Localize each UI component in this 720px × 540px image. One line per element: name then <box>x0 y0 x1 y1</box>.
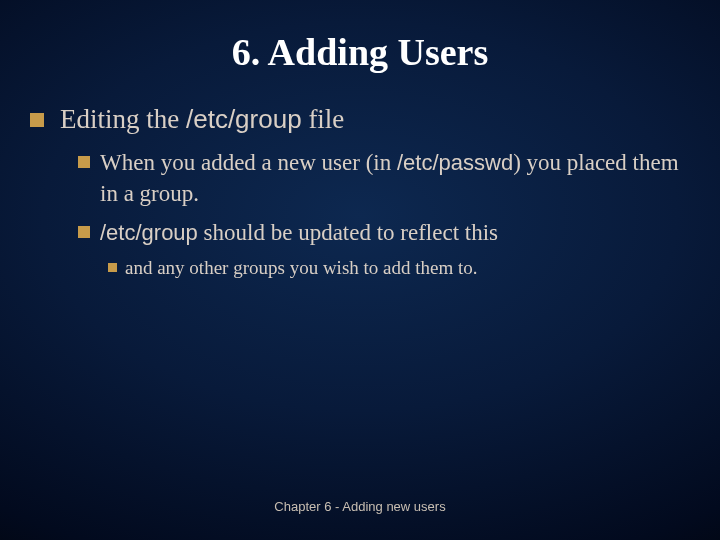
slide: 6. Adding Users Editing the /etc/group f… <box>0 0 720 540</box>
bullet-level2-text: /etc/group should be updated to reflect … <box>100 217 498 248</box>
bullet-level1-text: Editing the /etc/group file <box>60 102 344 137</box>
bullet-level3: and any other groups you wish to add the… <box>108 256 690 281</box>
text-mono: /etc/group <box>100 220 198 245</box>
text-suffix: file <box>302 104 345 134</box>
bullet-level2: When you added a new user (in /etc/passw… <box>78 147 690 217</box>
bullet-icon <box>108 263 117 272</box>
text-prefix: Editing the <box>60 104 186 134</box>
slide-title: 6. Adding Users <box>30 30 690 74</box>
text-prefix: When you added a new user (in <box>100 150 397 175</box>
bullet-level3-text: and any other groups you wish to add the… <box>125 256 478 281</box>
text-mono: /etc/passwd <box>397 150 513 175</box>
text-suffix: should be updated to reflect this <box>198 220 498 245</box>
slide-footer: Chapter 6 - Adding new users <box>0 499 720 514</box>
bullet-level1: Editing the /etc/group file <box>30 102 690 147</box>
bullet-icon <box>30 113 44 127</box>
text-mono: /etc/group <box>186 104 302 134</box>
bullet-icon <box>78 226 90 238</box>
bullet-level2-text: When you added a new user (in /etc/passw… <box>100 147 690 209</box>
bullet-icon <box>78 156 90 168</box>
bullet-level2: /etc/group should be updated to reflect … <box>78 217 690 256</box>
